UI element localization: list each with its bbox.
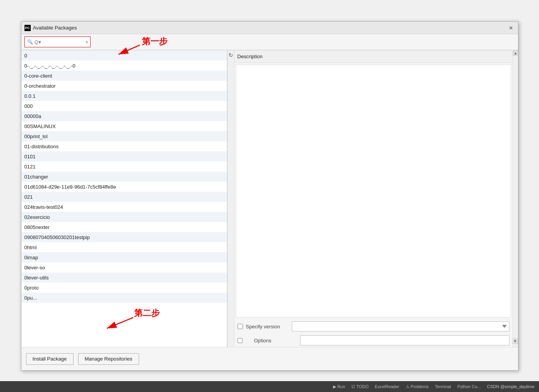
list-item[interactable]: 01-distributions [21,141,227,151]
scroll-up-arrow-icon[interactable]: ▲ [513,50,518,56]
list-item[interactable]: 0805nexter [21,222,227,232]
dialog-title: Available Packages [33,25,77,31]
refresh-button[interactable]: ↻ [228,52,234,58]
manage-repositories-button[interactable]: Manage Repositories [78,353,139,365]
list-item[interactable]: 01changer [21,172,227,182]
options-checkbox[interactable] [237,338,242,343]
search-wrapper: 🔍 ▾ [24,36,91,47]
options-label: Options [254,338,297,343]
list-item[interactable]: 0121 [21,161,227,172]
list-item[interactable]: 021 [21,192,227,202]
taskbar-python[interactable]: Python Co... [457,384,481,389]
version-select[interactable] [292,321,509,331]
right-scrollbar[interactable]: ▲ ▼ [513,50,518,347]
list-item[interactable]: 0.0.1 [21,91,227,101]
taskbar-terminal[interactable]: Terminal [435,384,451,389]
package-list[interactable]: 00-._.-._.-._.-._.-._.-._.-00-core-clien… [21,50,227,347]
bottom-bar: Install Package Manage Repositories [21,347,518,370]
list-item[interactable]: 00print_lol [21,131,227,141]
list-item[interactable]: 090807040506030201testpip [21,232,227,242]
list-item[interactable]: 0proto [21,283,227,293]
description-header: Description [234,50,513,63]
list-item[interactable]: 0101 [21,151,227,161]
list-item[interactable]: 0html [21,242,227,252]
scroll-down-arrow-icon[interactable]: ▼ [513,338,518,344]
specify-version-row: Specify version [234,319,513,334]
taskbar-excelreader[interactable]: ExcelReader [375,384,399,389]
list-item[interactable]: 00000a [21,111,227,121]
options-input[interactable] [300,335,509,345]
list-item[interactable]: 000 [21,101,227,111]
list-item[interactable]: 01d61084-d29e-11e9-96d1-7c5cf84ffe8e [21,182,227,192]
list-item[interactable]: 0-orchestrator [21,81,227,91]
right-panel: Description Specify version Options [234,50,513,347]
list-item[interactable]: 024travis-test024 [21,202,227,212]
list-item[interactable]: 02exercicio [21,212,227,222]
list-item[interactable]: 0 [21,50,227,61]
list-item[interactable]: 0lever-so [21,262,227,272]
taskbar-todo[interactable]: ☑ TODO [351,384,368,389]
close-button[interactable]: ✕ [507,24,515,32]
specify-version-checkbox[interactable] [237,324,243,329]
main-content: 00-._.-._.-._.-._.-._.-._.-00-core-clien… [21,50,518,347]
install-package-button[interactable]: Install Package [26,353,73,365]
list-item[interactable]: 00SMALINUX [21,121,227,131]
taskbar-user-info: CSDN @simple_daytime [487,384,534,389]
options-row: Options [234,334,513,347]
list-item[interactable]: 0-._.-._.-._.-._.-._.-._.-0 [21,61,227,71]
list-item[interactable]: 0imap [21,252,227,262]
divider-column: ↻ [227,50,234,347]
search-icon: 🔍 [27,39,33,45]
search-dropdown-arrow-icon[interactable]: ▾ [86,40,88,44]
list-item[interactable]: 0-core-client [21,71,227,81]
title-bar: PC Available Packages ✕ [21,22,518,34]
description-body [236,64,511,317]
app-icon: PC [24,25,31,31]
taskbar-problems[interactable]: ⚠ Problems [406,384,429,389]
search-bar: 🔍 ▾ [21,34,518,50]
search-input[interactable] [35,39,84,45]
list-item[interactable]: 0pu... [21,293,227,303]
left-panel: 00-._.-._.-._.-._.-._.-._.-00-core-clien… [21,50,227,347]
taskbar-run[interactable]: ▶ Run [333,384,345,389]
specify-version-label: Specify version [246,324,289,330]
list-item[interactable]: 0lever-utils [21,272,227,283]
taskbar: ▶ Run ☑ TODO ExcelReader ⚠ Problems Term… [0,381,539,392]
